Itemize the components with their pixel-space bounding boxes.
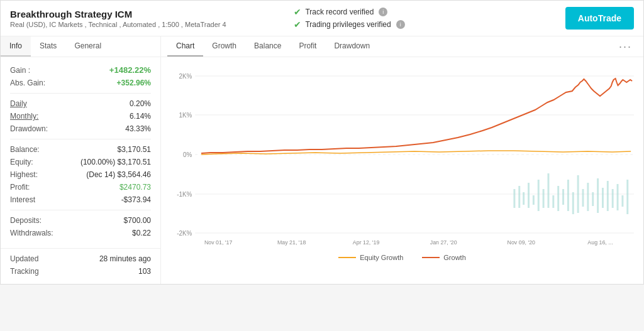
legend-equity-growth: Equity Growth — [338, 254, 403, 261]
chart-legend: Equity Growth Growth — [167, 247, 637, 266]
tracking-value: 103 — [138, 267, 151, 276]
stat-row-updated: Updated 28 minutes ago — [10, 252, 151, 265]
stat-row-daily: Daily 0.20% — [10, 97, 151, 110]
updated-label: Updated — [10, 254, 38, 263]
main-container: Breakthrough Strategy ICM Real (USD), IC… — [0, 0, 644, 285]
verification-badges: ✔ Track record verified i ✔ Trading priv… — [281, 7, 565, 30]
profit-label: Profit: — [10, 183, 30, 192]
abs-gain-value: +352.96% — [117, 79, 151, 87]
trading-privileges-label: Trading privileges verified — [305, 20, 391, 29]
svg-rect-19 — [528, 183, 530, 208]
tab-stats[interactable]: Stats — [31, 36, 65, 57]
gain-value: +1482.22% — [109, 65, 151, 75]
svg-rect-31 — [587, 183, 589, 211]
deposits-value: $700.00 — [124, 216, 151, 225]
chart-tab-profit[interactable]: Profit — [290, 36, 325, 57]
stats-table: Gain : +1482.22% Abs. Gain: +352.96% Dai… — [1, 57, 160, 246]
right-panel: Chart Growth Balance Profit Drawdown ··· — [161, 36, 643, 284]
left-tabs: Info Stats General — [1, 36, 160, 57]
stat-row-tracking: Tracking 103 — [10, 265, 151, 278]
growth-label: Growth — [443, 254, 465, 261]
strategy-subtitle: Real (USD), IC Markets , Technical , Aut… — [10, 21, 281, 28]
chart-tabs-row: Chart Growth Balance Profit Drawdown ··· — [161, 36, 643, 57]
svg-rect-24 — [552, 195, 554, 208]
svg-text:Jan 27, '20: Jan 27, '20 — [430, 239, 457, 246]
chart-area: 2K% 1K% 0% -1K% -2K% Nov 01, '17 May 21,… — [161, 57, 643, 283]
svg-rect-38 — [621, 195, 623, 207]
autotrade-button[interactable]: AutoTrade — [565, 7, 634, 30]
chart-tab-drawdown[interactable]: Drawdown — [325, 36, 379, 57]
growth-line-indicator — [422, 257, 440, 258]
svg-rect-27 — [567, 180, 569, 211]
gain-label: Gain : — [10, 66, 30, 75]
svg-rect-34 — [602, 188, 604, 208]
stat-row-deposits: Deposits: $700.00 — [10, 214, 151, 227]
daily-value: 0.20% — [130, 99, 151, 108]
svg-rect-18 — [523, 192, 525, 205]
stat-row-interest: Interest -$373.94 — [10, 193, 151, 206]
svg-rect-16 — [513, 189, 515, 208]
tab-info[interactable]: Info — [1, 36, 31, 57]
svg-text:Nov 01, '17: Nov 01, '17 — [204, 239, 232, 246]
chart-tab-growth[interactable]: Growth — [203, 36, 245, 57]
equity-label: Equity: — [10, 158, 33, 166]
track-record-label: Track record verified — [305, 8, 374, 16]
svg-rect-37 — [617, 184, 619, 210]
profit-value: $2470.73 — [119, 183, 151, 192]
svg-rect-36 — [612, 189, 614, 208]
svg-text:1K%: 1K% — [179, 112, 192, 119]
chart-tab-balance[interactable]: Balance — [245, 36, 290, 57]
svg-text:Aug 16, ...: Aug 16, ... — [587, 239, 613, 246]
svg-text:Apr 12, '19: Apr 12, '19 — [353, 239, 379, 246]
svg-text:0%: 0% — [183, 151, 192, 158]
balance-value: $3,170.51 — [118, 145, 151, 154]
svg-rect-22 — [543, 189, 545, 208]
daily-label[interactable]: Daily — [10, 99, 27, 108]
stat-row-highest: Highest: (Dec 14) $3,564.46 — [10, 168, 151, 181]
growth-line — [201, 79, 632, 153]
divider-3 — [10, 210, 151, 210]
chart-svg: 2K% 1K% 0% -1K% -2K% Nov 01, '17 May 21,… — [167, 63, 637, 246]
header: Breakthrough Strategy ICM Real (USD), IC… — [1, 1, 643, 36]
updated-value: 28 minutes ago — [99, 254, 151, 263]
monthly-label[interactable]: Monthly: — [10, 112, 38, 121]
stat-row-equity: Equity: (100.00%) $3,170.51 — [10, 156, 151, 168]
svg-rect-25 — [557, 186, 559, 211]
legend-growth: Growth — [422, 254, 465, 261]
drawdown-value: 43.33% — [125, 124, 151, 133]
more-options-button[interactable]: ··· — [614, 38, 637, 56]
trading-privileges-verified: ✔ Trading privileges verified i — [294, 19, 565, 30]
svg-text:May 21, '18: May 21, '18 — [277, 239, 306, 246]
track-record-verified: ✔ Track record verified i — [294, 7, 565, 17]
tab-general[interactable]: General — [65, 36, 110, 57]
footer-stats: Updated 28 minutes ago Tracking 103 — [1, 248, 160, 284]
check-icon-2: ✔ — [294, 19, 301, 30]
strategy-title: Breakthrough Strategy ICM — [10, 9, 281, 19]
stat-row-profit: Profit: $2470.73 — [10, 181, 151, 193]
interest-label: Interest — [10, 195, 35, 204]
svg-text:2K%: 2K% — [179, 73, 192, 80]
info-icon-1[interactable]: i — [379, 8, 387, 16]
svg-rect-32 — [592, 192, 594, 206]
svg-rect-35 — [607, 181, 609, 211]
highest-label: Highest: — [10, 170, 38, 179]
svg-rect-30 — [582, 189, 584, 207]
drawdown-label: Drawdown: — [10, 124, 48, 133]
stat-row-balance: Balance: $3,170.51 — [10, 143, 151, 156]
svg-rect-28 — [572, 192, 574, 214]
check-icon-1: ✔ — [294, 7, 301, 17]
chart-tab-chart[interactable]: Chart — [167, 36, 203, 57]
svg-text:-2K%: -2K% — [177, 230, 192, 237]
svg-rect-20 — [533, 195, 535, 205]
info-icon-2[interactable]: i — [396, 20, 405, 29]
monthly-value: 6.14% — [130, 112, 151, 121]
body: Info Stats General Gain : +1482.22% Abs.… — [1, 36, 643, 284]
divider-2 — [10, 139, 151, 139]
balance-label: Balance: — [10, 145, 40, 154]
svg-rect-17 — [518, 186, 520, 208]
svg-rect-29 — [577, 175, 579, 213]
svg-rect-33 — [597, 178, 599, 213]
divider-1 — [10, 93, 151, 94]
interest-value: -$373.94 — [121, 195, 151, 204]
withdrawals-label: Withdrawals: — [10, 229, 53, 237]
